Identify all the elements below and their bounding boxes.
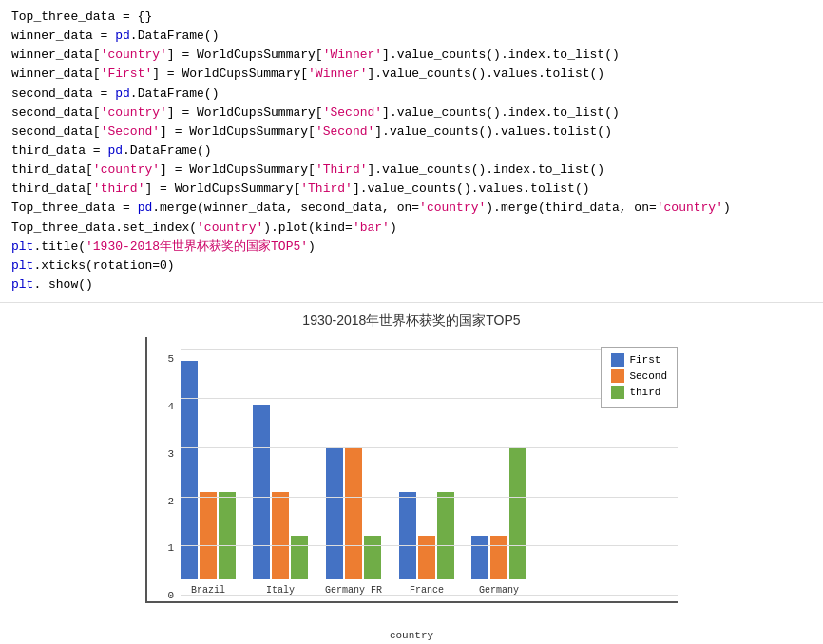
bars-row <box>471 448 526 579</box>
legend-label: third <box>629 387 660 398</box>
code-section: Top_three_data = {}winner_data = pd.Data… <box>0 0 823 303</box>
bar-first <box>399 492 416 579</box>
y-tick-label: 2 <box>147 497 174 507</box>
code-line-8: third_data['country'] = WorldCupsSummary… <box>11 161 812 180</box>
code-line-14: plt. show() <box>11 275 812 294</box>
bars-row <box>326 448 381 579</box>
code-line-2: winner_data['country'] = WorldCupsSummar… <box>11 46 812 65</box>
legend-label: Second <box>629 370 667 382</box>
country-label: Germany <box>479 585 519 596</box>
country-bar-group: Brazil <box>181 361 236 596</box>
code-line-9: third_data['third'] = WorldCupsSummary['… <box>11 180 812 199</box>
country-label: Germany FR <box>325 585 382 596</box>
bar-third <box>509 448 526 579</box>
bar-third <box>291 536 308 579</box>
chart-title: 1930-2018年世界杯获奖的国家TOP5 <box>302 313 520 330</box>
country-label: France <box>410 585 444 596</box>
y-tick-label: 3 <box>147 449 174 460</box>
y-tick-label: 4 <box>147 402 174 412</box>
bar-second <box>418 536 435 579</box>
y-tick-label: 1 <box>147 543 174 554</box>
country-bar-group: Germany <box>471 448 526 596</box>
y-tick-label: 5 <box>147 354 174 365</box>
legend-color-box <box>611 386 624 399</box>
chart-wrapper: 012345 BrazilItalyGermany FRFranceGerman… <box>145 337 678 641</box>
bars-row <box>253 405 308 579</box>
legend-label: First <box>629 354 660 366</box>
country-bar-group: Germany FR <box>325 448 382 596</box>
legend-item: First <box>611 353 667 367</box>
bars-row <box>181 361 236 579</box>
code-line-3: winner_data['First'] = WorldCupsSummary[… <box>11 65 812 84</box>
legend-item: third <box>611 386 667 399</box>
bar-first <box>326 448 343 579</box>
code-line-5: second_data['country'] = WorldCupsSummar… <box>11 104 812 123</box>
country-bar-group: Italy <box>253 405 308 596</box>
bar-third <box>437 492 454 579</box>
code-line-13: plt.xticks(rotation=0) <box>11 256 812 275</box>
code-line-4: second_data = pd.DataFrame() <box>11 85 812 104</box>
bar-first <box>471 536 488 579</box>
bar-third <box>364 536 381 579</box>
chart-section: 1930-2018年世界杯获奖的国家TOP5 012345 BrazilItal… <box>0 303 823 644</box>
country-bar-group: France <box>399 492 454 596</box>
bar-second <box>345 448 362 579</box>
code-line-7: third_data = pd.DataFrame() <box>11 142 812 161</box>
country-label: Italy <box>266 585 295 596</box>
bar-second <box>200 492 217 579</box>
y-axis-labels: 012345 <box>147 354 174 601</box>
code-line-0: Top_three_data = {} <box>11 8 812 27</box>
code-line-1: winner_data = pd.DataFrame() <box>11 27 812 46</box>
legend-item: Second <box>611 369 667 383</box>
code-line-10: Top_three_data = pd.merge(winner_data, s… <box>11 199 812 218</box>
x-axis-label: country <box>145 630 678 641</box>
bars-row <box>399 492 454 579</box>
bar-first <box>181 361 198 579</box>
bar-second <box>272 492 289 579</box>
chart-legend: FirstSecondthird <box>601 347 678 408</box>
legend-color-box <box>611 353 624 367</box>
chart-container: 012345 BrazilItalyGermany FRFranceGerman… <box>145 337 678 603</box>
y-tick-label: 0 <box>147 591 174 601</box>
country-label: Brazil <box>191 585 225 596</box>
bar-first <box>253 405 270 579</box>
code-line-12: plt.title('1930-2018年世界杯获奖的国家TOP5') <box>11 237 812 256</box>
code-line-11: Top_three_data.set_index('country').plot… <box>11 218 812 237</box>
bar-second <box>490 536 507 579</box>
code-line-6: second_data['Second'] = WorldCupsSummary… <box>11 123 812 142</box>
bar-third <box>219 492 236 579</box>
legend-color-box <box>611 369 624 383</box>
